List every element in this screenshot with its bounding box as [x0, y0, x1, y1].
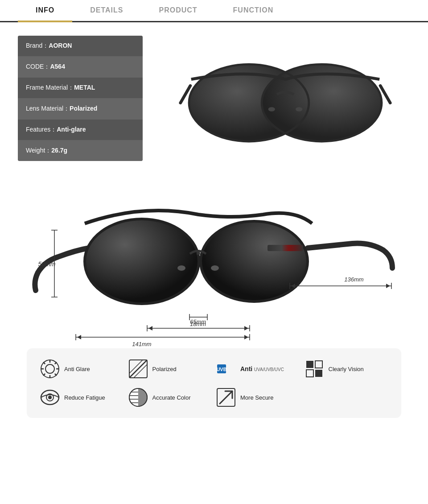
svg-text:UVB: UVB: [216, 367, 226, 372]
anti-uv-label: Anti UVA/UVB/UVC: [240, 365, 284, 372]
svg-text:65mm: 65mm: [190, 318, 206, 325]
spec-weight: Weight：26.7g: [18, 140, 143, 161]
accurate-color-label: Accurate Color: [152, 394, 191, 401]
svg-point-14: [211, 265, 219, 271]
svg-line-50: [43, 374, 45, 376]
feature-anti-glare: Anti Glare: [40, 359, 124, 379]
anti-glare-label: Anti Glare: [64, 366, 90, 372]
svg-rect-58: [315, 361, 322, 368]
dimensions-svg: 50mm 18mm 141mm 65mm: [31, 179, 397, 348]
svg-line-49: [55, 362, 57, 364]
svg-line-52: [129, 360, 147, 378]
svg-text:141mm: 141mm: [132, 341, 152, 347]
spec-features: Features：Anti-glare: [18, 120, 143, 140]
tab-function[interactable]: FUNCTION: [215, 0, 292, 21]
svg-point-63: [48, 396, 52, 399]
svg-text:50mm: 50mm: [38, 260, 56, 268]
gear-sun-icon: [40, 359, 60, 379]
clearly-vision-label: Clearly Vision: [329, 366, 364, 372]
svg-line-48: [55, 374, 57, 376]
main-content: Brand：AORON CODE：A564 Frame Material：MET…: [0, 22, 428, 431]
svg-point-7: [296, 107, 302, 112]
grid-icon: [305, 359, 324, 379]
feature-anti-uv: UVB Anti UVA/UVB/UVC: [216, 359, 300, 379]
svg-line-47: [43, 362, 45, 364]
more-secure-label: More Secure: [240, 394, 273, 401]
dimensions-section: 50mm 18mm 141mm 65mm: [31, 179, 397, 348]
uvb-icon: UVB: [216, 359, 236, 379]
svg-rect-57: [306, 361, 313, 368]
polarized-label: Polarized: [152, 366, 177, 372]
product-front-image: [160, 36, 410, 161]
top-section: Brand：AORON CODE：A564 Frame Material：MET…: [18, 36, 410, 161]
feature-clearly-vision: Clearly Vision: [305, 359, 388, 379]
nav-tabs: INFO DETAILS PRODUCT FUNCTION: [0, 0, 428, 22]
svg-point-13: [177, 265, 185, 271]
feature-more-secure: More Secure: [216, 388, 300, 407]
svg-marker-39: [386, 284, 390, 288]
spec-lens: Lens Material：Polarized: [18, 99, 143, 120]
spec-code: CODE：A564: [18, 57, 143, 78]
feature-polarized: Polarized: [128, 359, 212, 379]
svg-point-6: [268, 107, 275, 112]
spec-brand: Brand：AORON: [18, 36, 143, 57]
svg-text:136mm: 136mm: [344, 276, 364, 283]
glasses-front-svg: [178, 50, 392, 148]
svg-rect-60: [315, 370, 322, 377]
features-grid: Anti Glare Polarized UVB: [40, 359, 388, 407]
svg-marker-33: [244, 326, 248, 330]
svg-line-71: [220, 391, 232, 404]
svg-rect-59: [306, 370, 313, 377]
svg-rect-12: [268, 245, 303, 251]
svg-point-42: [45, 364, 54, 373]
specs-table: Brand：AORON CODE：A564 Frame Material：MET…: [18, 36, 143, 161]
feature-accurate-color: Accurate Color: [128, 388, 212, 407]
svg-marker-32: [148, 326, 152, 330]
feature-reduce-fatigue: Reduce Fatigue: [40, 388, 124, 407]
polarized-icon: [128, 359, 148, 379]
features-box: Anti Glare Polarized UVB: [27, 348, 401, 418]
spec-frame: Frame Material：METAL: [18, 78, 143, 99]
circle-half-icon: [128, 388, 148, 407]
svg-marker-26: [77, 335, 81, 339]
tab-details[interactable]: DETAILS: [72, 0, 141, 21]
svg-marker-27: [244, 335, 248, 339]
reduce-fatigue-label: Reduce Fatigue: [64, 394, 105, 401]
eye-icon: [40, 388, 60, 407]
shield-check-icon: [216, 388, 236, 407]
tab-info[interactable]: INFO: [18, 0, 72, 22]
tab-product[interactable]: PRODUCT: [141, 0, 215, 21]
